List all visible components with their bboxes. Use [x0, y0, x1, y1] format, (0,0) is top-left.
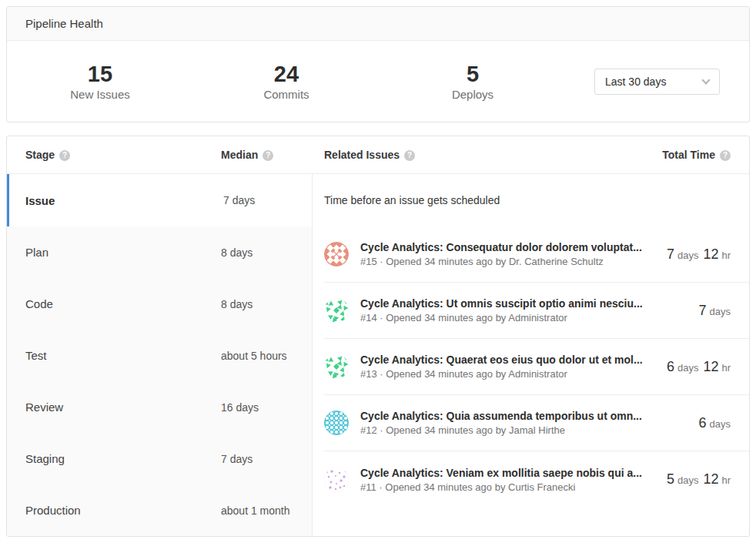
stage-name: Plan: [7, 246, 221, 259]
table-header: Stage? Median? Related Issues? Total Tim…: [7, 136, 749, 174]
issue-author-link[interactable]: Curtis Franecki: [508, 481, 575, 493]
cycle-analytics-panel: Stage? Median? Related Issues? Total Tim…: [6, 136, 750, 537]
table-body: Issue 7 days Plan 8 days Code 8 days Tes…: [7, 174, 749, 536]
column-header-related-issues: Related Issues?: [313, 149, 662, 161]
pipeline-health-panel: Pipeline Health 15 New Issues 24 Commits…: [6, 6, 750, 122]
column-label: Median: [221, 149, 258, 161]
column-header-median: Median?: [221, 149, 313, 161]
issue-row: Cycle Analytics: Quaerat eos eius quo do…: [324, 339, 749, 395]
date-range-dropdown[interactable]: Last 30 days: [594, 69, 720, 95]
stage-row[interactable]: Issue 7 days: [7, 174, 312, 226]
author-avatar[interactable]: [324, 298, 349, 323]
stage-median: 8 days: [221, 246, 312, 259]
stage-name: Test: [7, 349, 221, 362]
stage-name: Review: [7, 401, 221, 414]
issue-total-time: 7days12hr: [667, 246, 731, 263]
issue-list: Cycle Analytics: Consequatur dolor dolor…: [324, 226, 749, 508]
page: Pipeline Health 15 New Issues 24 Commits…: [0, 0, 756, 543]
stats-group: 15 New Issues 24 Commits 5 Deploys: [7, 62, 566, 101]
issue-total-time: 5days12hr: [667, 471, 731, 488]
stage-median: 16 days: [221, 401, 312, 414]
issue-text: Cycle Analytics: Quaerat eos eius quo do…: [360, 353, 657, 380]
stage-median: about 1 month: [221, 504, 312, 517]
issue-meta: #14 · Opened 34 minutes ago by Administr…: [360, 312, 567, 323]
help-icon[interactable]: ?: [404, 150, 415, 161]
issue-author-link[interactable]: Administrator: [508, 368, 567, 380]
issue-opened-text: · Opened 34 minutes ago by: [377, 312, 509, 323]
issue-opened-text: · Opened 34 minutes ago by: [377, 424, 509, 436]
issue-meta: #13 · Opened 34 minutes ago by Administr…: [360, 368, 567, 380]
stat-label: Deploys: [380, 88, 566, 101]
panel-header: Pipeline Health: [7, 7, 749, 41]
issue-total-time: 6days: [699, 415, 731, 431]
panel-title: Pipeline Health: [25, 17, 103, 30]
issue-total-time: 7days: [699, 303, 731, 319]
issue-author-link[interactable]: Administrator: [508, 312, 567, 323]
issue-text: Cycle Analytics: Ut omnis suscipit optio…: [360, 297, 690, 324]
summary-stat: 5 Deploys: [380, 62, 566, 101]
issue-text: Cycle Analytics: Consequatur dolor dolor…: [360, 240, 657, 268]
author-avatar[interactable]: [324, 411, 349, 435]
stage-name: Code: [7, 297, 221, 310]
issue-row: Cycle Analytics: Veniam ex mollitia saep…: [324, 451, 749, 508]
column-label: Stage: [25, 149, 55, 161]
stat-value: 24: [193, 62, 380, 87]
issue-text: Cycle Analytics: Quia assumenda temporib…: [360, 409, 690, 437]
summary-stat: 24 Commits: [193, 62, 380, 101]
stage-name: Staging: [7, 452, 221, 465]
stage-median: 8 days: [221, 298, 312, 310]
issue-title-link[interactable]: Cycle Analytics: Quaerat eos eius quo do…: [360, 354, 643, 366]
stage-description: Time before an issue gets scheduled: [313, 174, 749, 226]
stage-row[interactable]: Code 8 days: [7, 278, 312, 330]
help-icon[interactable]: ?: [720, 150, 731, 161]
author-avatar[interactable]: [324, 354, 349, 379]
related-issues-panel: Time before an issue gets scheduled Cycl…: [313, 174, 749, 536]
stage-median: 7 days: [221, 453, 312, 465]
stage-row[interactable]: Plan 8 days: [7, 226, 312, 278]
issue-number: #14: [360, 312, 377, 323]
chevron-down-icon: [701, 75, 710, 84]
stage-row[interactable]: Production about 1 month: [7, 484, 312, 536]
author-avatar[interactable]: [324, 468, 349, 492]
column-header-stage: Stage?: [7, 149, 221, 161]
issue-row: Cycle Analytics: Ut omnis suscipit optio…: [324, 283, 749, 339]
issue-meta: #12 · Opened 34 minutes ago by Jamal Hir…: [360, 424, 565, 436]
issue-title-link[interactable]: Cycle Analytics: Consequatur dolor dolor…: [360, 241, 642, 253]
stage-name: Production: [7, 504, 221, 517]
stat-value: 5: [380, 62, 566, 87]
stage-row[interactable]: Test about 5 hours: [7, 330, 312, 381]
stat-label: New Issues: [7, 88, 193, 101]
issue-opened-text: · Opened 34 minutes ago by: [377, 368, 509, 380]
issue-number: #15: [360, 256, 377, 267]
issue-number: #13: [360, 368, 377, 380]
stage-row[interactable]: Review 16 days: [7, 381, 312, 433]
column-label: Total Time: [662, 149, 715, 161]
stage-list: Issue 7 days Plan 8 days Code 8 days Tes…: [7, 174, 313, 536]
stat-value: 15: [7, 62, 193, 87]
stage-row[interactable]: Staging 7 days: [7, 433, 312, 484]
issue-meta: #11 · Opened 34 minutes ago by Curtis Fr…: [360, 481, 575, 493]
stage-name: Issue: [9, 194, 223, 207]
column-header-total-time: Total Time?: [662, 149, 749, 161]
issue-row: Cycle Analytics: Consequatur dolor dolor…: [324, 226, 749, 283]
issue-meta: #15 · Opened 34 minutes ago by Dr. Cathe…: [360, 256, 604, 267]
issue-title-link[interactable]: Cycle Analytics: Ut omnis suscipit optio…: [360, 297, 643, 310]
author-avatar[interactable]: [324, 242, 349, 266]
date-range-value: Last 30 days: [605, 75, 666, 88]
issue-text: Cycle Analytics: Veniam ex mollitia saep…: [360, 466, 657, 494]
issue-number: #12: [360, 424, 377, 436]
summary-stat: 15 New Issues: [7, 62, 193, 101]
issue-number: #11: [360, 481, 376, 493]
stage-median: about 5 hours: [221, 350, 312, 362]
stat-label: Commits: [193, 88, 380, 101]
issue-title-link[interactable]: Cycle Analytics: Quia assumenda temporib…: [360, 410, 642, 422]
help-icon[interactable]: ?: [59, 150, 70, 161]
stage-median: 7 days: [223, 194, 312, 206]
help-icon[interactable]: ?: [263, 150, 273, 161]
issue-author-link[interactable]: Dr. Catherine Schultz: [509, 256, 604, 267]
issue-author-link[interactable]: Jamal Hirthe: [509, 424, 565, 436]
issue-total-time: 6days12hr: [667, 359, 731, 375]
issue-opened-text: · Opened 34 minutes ago by: [377, 256, 509, 267]
stats-row: 15 New Issues 24 Commits 5 Deploys Last …: [7, 41, 749, 122]
issue-title-link[interactable]: Cycle Analytics: Veniam ex mollitia saep…: [360, 467, 642, 479]
